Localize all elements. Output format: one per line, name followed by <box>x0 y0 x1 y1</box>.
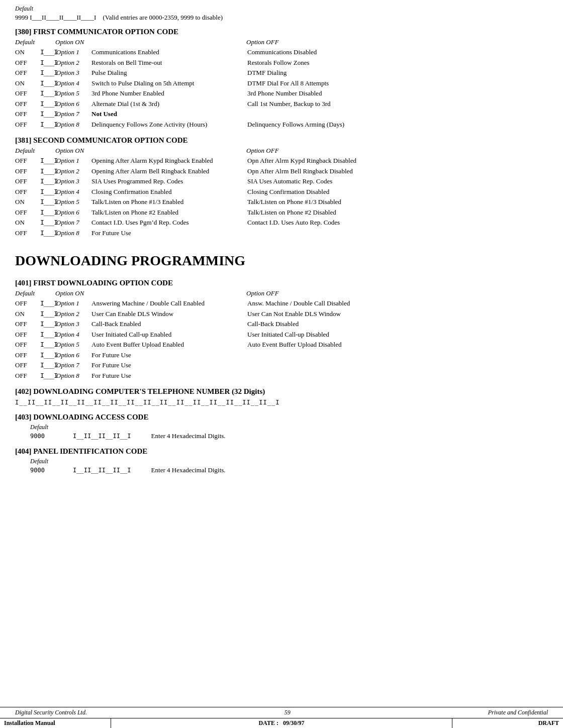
opt-default: OFF <box>15 88 40 98</box>
top-default-label: Default <box>15 5 548 13</box>
opt-on: User Can Enable DLS Window <box>91 309 247 319</box>
opt-on: Switch to Pulse Dialing on 5th Attempt <box>91 78 247 88</box>
section-403-value-line: 9000 I__II__II__II__I Enter 4 Hexadecima… <box>30 432 548 440</box>
opt-off: 3rd Phone Number Disabled <box>247 88 548 98</box>
header-default-381: Default <box>15 147 55 155</box>
opt-on: For Future Use <box>91 228 247 238</box>
section-404: [404] PANEL IDENTIFICATION CODE Default … <box>15 447 548 474</box>
option-row: OFF I___I Option 3 SIA Uses Programmed R… <box>15 176 548 186</box>
top-valid-note: (Valid entries are 0000-2359, 9999 to di… <box>103 14 223 21</box>
opt-on: Restorals on Bell Time-out <box>91 58 247 68</box>
opt-on: Closing Confirmation Enabled <box>91 187 247 197</box>
opt-off: Opn After Alrm Bell Ringback Disabled <box>247 166 548 176</box>
section-380: [380] FIRST COMMUNICATOR OPTION CODE Def… <box>15 28 548 129</box>
opt-off: User Initiated Call-up Disabled <box>247 330 548 340</box>
opt-default: OFF <box>15 330 40 340</box>
opt-off: Answ. Machine / Double Call Disabled <box>247 298 548 308</box>
footer: Digital Security Controls Ltd. 59 Privat… <box>0 707 563 728</box>
option-row: OFF I___I Option 8 For Future Use <box>15 228 548 238</box>
opt-num: Option 5 <box>56 340 91 350</box>
opt-checkbox: I___I <box>40 47 56 57</box>
opt-num: Option 8 <box>56 120 91 130</box>
opt-num: Option 6 <box>56 207 91 218</box>
section-404-field: I__II__II__II__I <box>73 467 131 474</box>
opt-checkbox: I___I <box>40 120 56 130</box>
option-row: OFF I___I Option 6 Talk/Listen on Phone … <box>15 207 548 218</box>
opt-on: Alternate Dial (1st & 3rd) <box>91 99 247 109</box>
opt-num: Option 4 <box>56 187 91 197</box>
opt-default: ON <box>15 47 40 57</box>
opt-off: Communications Disabled <box>247 47 548 57</box>
top-default-value: 9999 I___II____II____II____I (Valid entr… <box>15 14 548 22</box>
opt-off: Talk/Listen on Phone #2 Disabled <box>247 207 548 218</box>
header-off-401: Option OFF <box>246 289 548 297</box>
option-row: OFF I___I Option 5 Auto Event Buffer Upl… <box>15 340 548 350</box>
opt-on: Contact I.D. Uses Pgm’d Rep. Codes <box>91 218 247 228</box>
section-380-title: [380] FIRST COMMUNICATOR OPTION CODE <box>15 28 548 36</box>
section-403-default-block: Default 9000 I__II__II__II__I Enter 4 He… <box>30 424 548 440</box>
opt-num: Option 2 <box>56 166 91 176</box>
opt-checkbox: I___I <box>40 371 56 381</box>
opt-on: SIA Uses Programmed Rep. Codes <box>91 176 247 186</box>
header-default-401: Default <box>15 289 55 297</box>
opt-on: Opening After Alarm Bell Ringback Enable… <box>91 166 247 176</box>
option-row: OFF I___I Option 8 For Future Use <box>15 371 548 381</box>
opt-checkbox: I___I <box>40 197 56 207</box>
section-403-desc: Enter 4 Hexadecimal Digits. <box>151 432 226 440</box>
footer-bottom: Installation Manual DATE : 09/30/97 DRAF… <box>0 718 563 728</box>
opt-checkbox: I___I <box>40 228 56 238</box>
opt-default: ON <box>15 197 40 207</box>
section-404-default-value: 9000 <box>30 467 58 474</box>
section-381-headers: Default Option ON Option OFF <box>15 147 548 155</box>
opt-checkbox: I___I <box>40 99 56 109</box>
opt-num: Option 1 <box>56 156 91 166</box>
footer-company: Digital Security Controls Ltd. <box>15 709 87 716</box>
section-403-title: [403] DOWNLOADING ACCESS CODE <box>15 413 548 422</box>
option-row: ON I___I Option 2 User Can Enable DLS Wi… <box>15 309 548 319</box>
downloading-title: DOWNLOADING PROGRAMMING <box>15 253 548 269</box>
footer-manual: Installation Manual <box>0 718 111 728</box>
opt-default: OFF <box>15 319 40 329</box>
opt-on: Answering Machine / Double Call Enabled <box>91 298 247 308</box>
opt-checkbox: I___I <box>40 78 56 88</box>
opt-num: Option 1 <box>56 298 91 308</box>
section-402: [402] DOWNLOADING COMPUTER'S TELEPHONE N… <box>15 387 548 406</box>
opt-on: Communications Enabled <box>91 47 247 57</box>
option-row: ON I___I Option 1 Communications Enabled… <box>15 47 548 57</box>
option-row: OFF I___I Option 2 Opening After Alarm B… <box>15 166 548 176</box>
option-row: OFF I___I Option 4 User Initiated Call-u… <box>15 330 548 340</box>
opt-on: 3rd Phone Number Enabled <box>91 88 247 98</box>
opt-default: ON <box>15 218 40 228</box>
section-404-desc: Enter 4 Hexadecimal Digits. <box>151 466 226 474</box>
option-row: OFF I___I Option 8 Delinquency Follows Z… <box>15 120 548 130</box>
section-381: [381] SECOND COMMUNICATOR OPTION CODE De… <box>15 136 548 238</box>
section-404-default-block: Default 9000 I__II__II__II__I Enter 4 He… <box>30 458 548 474</box>
opt-on: Talk/Listen on Phone #2 Enabled <box>91 207 247 218</box>
opt-num: Option 3 <box>56 68 91 78</box>
opt-default: OFF <box>15 360 40 370</box>
option-row: OFF I___I Option 1 Opening After Alarm K… <box>15 156 548 166</box>
section-401-title: [401] FIRST DOWNLOADING OPTION CODE <box>15 279 548 287</box>
opt-off: DTMF Dial For All 8 Attempts <box>247 78 548 88</box>
option-row: ON I___I Option 7 Contact I.D. Uses Pgm’… <box>15 218 548 228</box>
opt-off: DTMF Dialing <box>247 68 548 78</box>
opt-on: User Initiated Call-up Enabled <box>91 330 247 340</box>
opt-num: Option 2 <box>56 58 91 68</box>
opt-checkbox: I___I <box>40 187 56 197</box>
footer-draft: DRAFT <box>452 718 563 728</box>
opt-on: Opening After Alarm Kypd Ringback Enable… <box>91 156 247 166</box>
opt-default: OFF <box>15 166 40 176</box>
section-380-headers: Default Option ON Option OFF <box>15 38 548 46</box>
footer-date: DATE : 09/30/97 <box>111 718 452 728</box>
opt-off: Delinquency Follows Arming (Days) <box>247 120 548 130</box>
section-404-default-label: Default <box>30 458 548 465</box>
opt-off: Opn After Alrm Kypd Ringback Disabled <box>247 156 548 166</box>
section-381-title: [381] SECOND COMMUNICATOR OPTION CODE <box>15 136 548 145</box>
section-403-default-label: Default <box>30 424 548 431</box>
header-default: Default <box>15 38 55 46</box>
header-on-381: Option ON <box>55 147 246 155</box>
opt-on: For Future Use <box>91 350 247 360</box>
header-on: Option ON <box>55 38 246 46</box>
option-row: OFF I___I Option 6 Alternate Dial (1st &… <box>15 99 548 109</box>
opt-off: Restorals Follow Zones <box>247 58 548 68</box>
